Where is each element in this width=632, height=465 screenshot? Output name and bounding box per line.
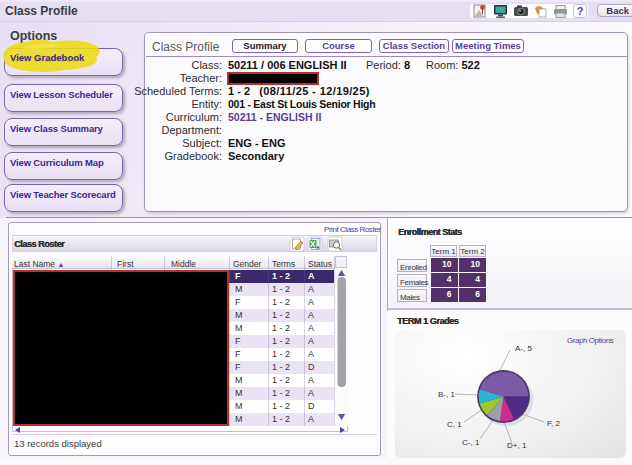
svg-text:D+, 1: D+, 1	[507, 441, 527, 450]
svg-text:F, 2: F, 2	[547, 419, 560, 428]
svg-text:C, 1: C, 1	[447, 420, 462, 429]
svg-text:A-, 5: A-, 5	[515, 344, 532, 353]
svg-text:?: ?	[577, 5, 584, 17]
svg-text:C-, 1: C-, 1	[462, 438, 480, 447]
svg-text:B-, 1: B-, 1	[438, 390, 455, 399]
